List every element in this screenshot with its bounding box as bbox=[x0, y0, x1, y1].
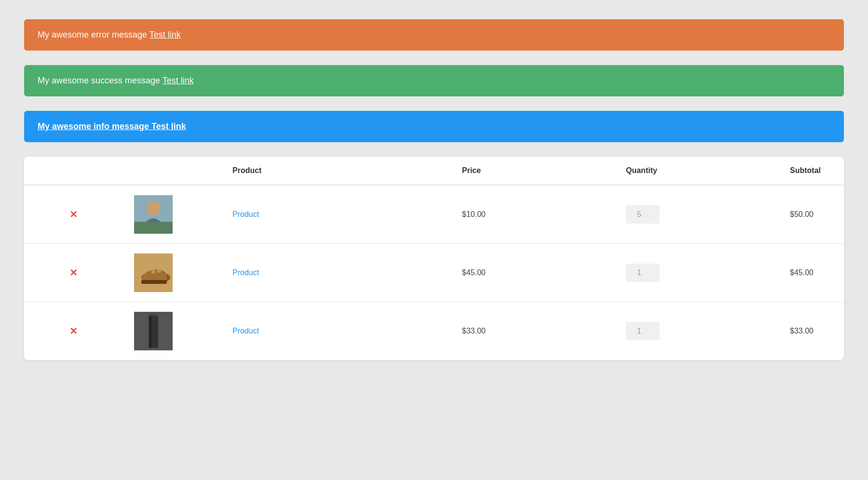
subtotal-cell: $45.00 bbox=[778, 244, 844, 302]
price-cell: $33.00 bbox=[450, 302, 614, 360]
error-alert-message: My awesome error message bbox=[38, 30, 149, 40]
image-cell bbox=[122, 185, 221, 244]
svg-rect-10 bbox=[149, 314, 151, 348]
header-remove bbox=[24, 157, 122, 185]
error-alert: My awesome error message Test link bbox=[24, 19, 844, 51]
quantity-cell bbox=[614, 302, 778, 360]
svg-point-7 bbox=[157, 269, 161, 273]
table-header-row: Product Price Quantity Subtotal bbox=[24, 157, 844, 185]
svg-rect-2 bbox=[134, 222, 173, 234]
header-image bbox=[122, 157, 221, 185]
svg-rect-5 bbox=[141, 280, 167, 284]
table-row: ✕ Product $10.00 bbox=[24, 185, 844, 244]
header-quantity: Quantity bbox=[614, 157, 778, 185]
cart-table-container: Product Price Quantity Subtotal ✕ bbox=[24, 157, 844, 360]
quantity-input[interactable] bbox=[626, 322, 660, 340]
success-alert-message: My awesome success message bbox=[38, 76, 163, 85]
product-name-cell: Product bbox=[221, 302, 450, 360]
product-link[interactable]: Product bbox=[232, 268, 259, 277]
product-link[interactable]: Product bbox=[232, 327, 259, 335]
remove-button[interactable]: ✕ bbox=[69, 268, 78, 278]
header-subtotal: Subtotal bbox=[778, 157, 844, 185]
quantity-cell bbox=[614, 244, 778, 302]
price-cell: $45.00 bbox=[450, 244, 614, 302]
header-product: Product bbox=[221, 157, 450, 185]
svg-point-1 bbox=[147, 201, 160, 216]
remove-button[interactable]: ✕ bbox=[69, 326, 78, 336]
quantity-input[interactable] bbox=[626, 205, 660, 224]
subtotal-cell: $33.00 bbox=[778, 302, 844, 360]
header-price: Price bbox=[450, 157, 614, 185]
remove-cell: ✕ bbox=[24, 302, 122, 360]
info-alert-link[interactable]: My awesome info message Test link bbox=[38, 121, 186, 131]
product-name-cell: Product bbox=[221, 185, 450, 244]
success-alert-link[interactable]: Test link bbox=[163, 76, 194, 85]
remove-cell: ✕ bbox=[24, 244, 122, 302]
remove-button[interactable]: ✕ bbox=[69, 210, 78, 219]
error-alert-link[interactable]: Test link bbox=[149, 30, 181, 40]
product-image bbox=[134, 195, 173, 234]
quantity-input[interactable] bbox=[626, 264, 660, 282]
remove-cell: ✕ bbox=[24, 185, 122, 244]
product-image bbox=[134, 312, 173, 350]
cart-table: Product Price Quantity Subtotal ✕ bbox=[24, 157, 844, 360]
info-alert: My awesome info message Test link bbox=[24, 111, 844, 142]
svg-point-6 bbox=[151, 270, 155, 274]
table-row: ✕ Product bbox=[24, 244, 844, 302]
success-alert: My awesome success message Test link bbox=[24, 65, 844, 96]
quantity-cell bbox=[614, 185, 778, 244]
image-cell bbox=[122, 302, 221, 360]
product-link[interactable]: Product bbox=[232, 210, 259, 218]
product-image bbox=[134, 253, 173, 292]
subtotal-cell: $50.00 bbox=[778, 185, 844, 244]
table-row: ✕ Product $33.00 bbox=[24, 302, 844, 360]
product-name-cell: Product bbox=[221, 244, 450, 302]
price-cell: $10.00 bbox=[450, 185, 614, 244]
image-cell bbox=[122, 244, 221, 302]
